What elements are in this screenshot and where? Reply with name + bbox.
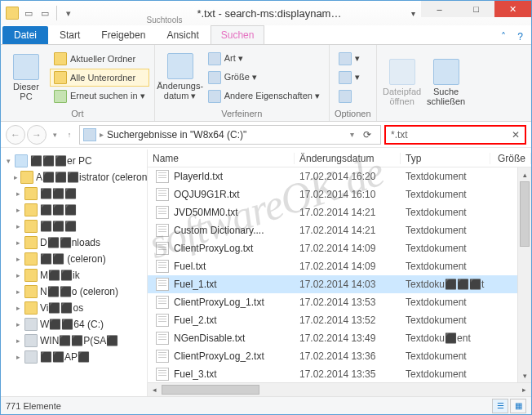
all-subfolders-button[interactable]: Alle Unterordner (50, 69, 149, 87)
scroll-up-button[interactable]: ▴ (518, 167, 531, 181)
expand-icon[interactable]: ▸ (14, 206, 22, 214)
folder-icon (24, 236, 38, 249)
navigation-tree[interactable]: ▾⬛⬛⬛er PC▸A⬛⬛⬛istrator (celeron▸⬛⬛⬛▸⬛⬛⬛▸… (1, 149, 148, 396)
qat-properties-icon[interactable]: ▭ (22, 7, 35, 20)
tree-item[interactable]: ▾⬛⬛⬛er PC (2, 153, 145, 169)
scroll-left-button[interactable]: ◂ (148, 383, 162, 397)
table-row[interactable]: PlayerId.txt17.02.2014 16:20Textdokument (148, 167, 531, 185)
table-row[interactable]: Fuel_3.txt17.02.2014 13:35Textdokument (148, 365, 531, 382)
scroll-thumb-h[interactable] (162, 385, 259, 395)
scroll-right-button[interactable]: ▸ (517, 383, 531, 397)
size-button[interactable]: Größe ▾ (204, 69, 324, 87)
expand-icon[interactable]: ▸ (14, 353, 22, 361)
expand-icon[interactable]: ▸ (14, 271, 22, 279)
tree-item-label: ⬛⬛⬛ (40, 204, 77, 216)
back-button[interactable]: ← (6, 125, 25, 145)
close-search-button[interactable]: Suche schließen (426, 57, 467, 108)
title-dropdown-button[interactable]: ▾ (405, 1, 421, 25)
tree-item[interactable]: ▸W⬛⬛64 (C:) (2, 316, 145, 332)
drive-icon (24, 318, 38, 331)
ribbon-group-options: ▾ ▾ Optionen (330, 45, 377, 121)
tree-item[interactable]: ▸Vi⬛⬛os (2, 300, 145, 316)
tree-item[interactable]: ▸⬛⬛⬛ (2, 185, 145, 202)
tab-search[interactable]: Suchen (211, 25, 265, 44)
expand-icon[interactable]: ▸ (14, 255, 22, 263)
file-name: NGenDisable.txt (174, 332, 299, 344)
file-tab[interactable]: Datei (2, 26, 48, 44)
close-search-icon (433, 59, 459, 85)
search-value: *.txt (391, 129, 408, 141)
other-properties-button[interactable]: Andere Eigenschaften ▾ (204, 87, 324, 105)
qat-newfolder-icon[interactable]: ▭ (38, 7, 51, 20)
tree-item[interactable]: ▸⬛⬛⬛ (2, 218, 145, 234)
group-location-label: Ort (6, 108, 149, 119)
expand-icon[interactable]: ▸ (14, 239, 22, 247)
recent-searches-button[interactable]: ▾ (335, 50, 364, 68)
tab-view[interactable]: Ansicht (157, 26, 208, 44)
tab-share[interactable]: Freigeben (91, 26, 155, 44)
expand-icon[interactable]: ▸ (14, 288, 22, 296)
qat-customize-icon[interactable]: ▾ (62, 7, 75, 20)
up-button[interactable]: ↑ (63, 125, 76, 145)
minimize-button[interactable]: – (421, 1, 458, 17)
view-details-button[interactable]: ☰ (492, 399, 508, 413)
computer-icon (13, 54, 39, 80)
scroll-thumb-v[interactable] (520, 181, 530, 247)
table-row[interactable]: NGenDisable.txt17.02.2014 13:49Textdoku⬛… (148, 329, 531, 347)
vertical-scrollbar[interactable]: ▴ ▾ (517, 167, 531, 382)
current-folder-button[interactable]: Aktueller Ordner (50, 50, 149, 68)
tab-start[interactable]: Start (50, 26, 90, 44)
table-row[interactable]: ClientProxyLog.txt17.02.2014 14:09Textdo… (148, 239, 531, 257)
save-search-button[interactable] (335, 87, 364, 105)
expand-icon[interactable]: ▾ (4, 157, 12, 165)
close-button[interactable]: ✕ (494, 1, 531, 17)
expand-icon[interactable]: ▸ (14, 304, 22, 312)
table-row[interactable]: Fuel.txt17.02.2014 14:09Textdokument (148, 257, 531, 275)
tree-item[interactable]: ▸D⬛⬛nloads (2, 234, 145, 251)
maximize-button[interactable]: □ (458, 1, 494, 17)
table-row[interactable]: Fuel_2.txt17.02.2014 13:52Textdokument (148, 311, 531, 329)
search-again-button[interactable]: Erneut suchen in ▾ (50, 87, 149, 105)
ribbon-help-button[interactable]: ? (512, 29, 528, 44)
expand-icon[interactable]: ▸ (14, 190, 22, 198)
tree-item[interactable]: ▸⬛⬛ (celeron) (2, 251, 145, 267)
refresh-button[interactable]: ⟳ (357, 125, 377, 145)
table-row[interactable]: Fuel_1.txt17.02.2014 14:03Textdoku⬛⬛⬛t (148, 275, 531, 293)
tree-item[interactable]: ▸⬛⬛⬛ (2, 202, 145, 218)
ribbon-collapse-button[interactable]: ˄ (496, 29, 511, 44)
clear-search-button[interactable]: ✕ (512, 129, 520, 141)
expand-icon[interactable]: ▸ (14, 173, 18, 181)
table-row[interactable]: JVD50MM0.txt17.02.2014 14:21Textdokument (148, 203, 531, 221)
scroll-down-button[interactable]: ▾ (518, 368, 531, 382)
tree-item[interactable]: ▸A⬛⬛⬛istrator (celeron (2, 169, 145, 185)
search-tools-contextual-tab[interactable]: Suchtools (139, 1, 191, 25)
search-input[interactable]: *.txt ✕ (384, 125, 526, 145)
breadcrumb-sep: ▸ (100, 130, 104, 139)
horizontal-scrollbar[interactable]: ◂ ▸ (148, 382, 531, 396)
address-dropdown[interactable]: ▾ (350, 130, 354, 139)
tree-item[interactable]: ▸N⬛⬛o (celeron) (2, 283, 145, 300)
tree-item[interactable]: ▸M⬛⬛ik (2, 267, 145, 283)
forward-button[interactable]: → (27, 125, 47, 145)
kind-button[interactable]: Art ▾ (204, 50, 324, 68)
history-dropdown[interactable]: ▾ (48, 125, 61, 145)
col-date[interactable]: Änderungsdatum (295, 153, 401, 164)
table-row[interactable]: ClientProxyLog_2.txt17.02.2014 13:36Text… (148, 347, 531, 365)
view-large-button[interactable]: ▦ (510, 399, 526, 413)
address-bar[interactable]: ▸ Suchergebnisse in "W8x64 (C:)" ▾ ⟳ (79, 125, 381, 145)
expand-icon[interactable]: ▸ (14, 320, 22, 328)
advanced-options-button[interactable]: ▾ (335, 69, 364, 87)
this-pc-button[interactable]: Dieser PC (6, 52, 47, 103)
col-type[interactable]: Typ (401, 153, 490, 164)
tree-item[interactable]: ▸WIN⬛⬛P(SA⬛ (2, 332, 145, 349)
expand-icon[interactable]: ▸ (14, 222, 22, 230)
tree-item[interactable]: ▸⬛⬛AP⬛ (2, 349, 145, 365)
expand-icon[interactable]: ▸ (14, 337, 22, 345)
date-modified-button[interactable]: Änderungs- datum ▾ (160, 51, 201, 103)
table-row[interactable]: ClientProxyLog_1.txt17.02.2014 13:53Text… (148, 293, 531, 311)
table-row[interactable]: OQJU9G1R.txt17.02.2014 16:10Textdokument (148, 185, 531, 203)
col-size[interactable]: Größe (490, 153, 531, 164)
save-icon (339, 90, 352, 103)
table-row[interactable]: Custom Dictionary....17.02.2014 14:21Tex… (148, 221, 531, 239)
col-name[interactable]: Name (148, 153, 295, 164)
